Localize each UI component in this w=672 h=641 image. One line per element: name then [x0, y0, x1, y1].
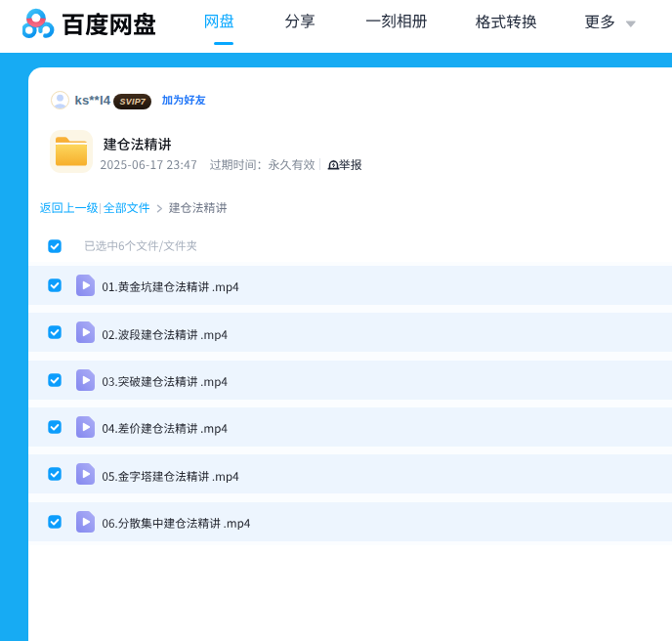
svg-text:SVIP7: SVIP7: [120, 97, 147, 107]
